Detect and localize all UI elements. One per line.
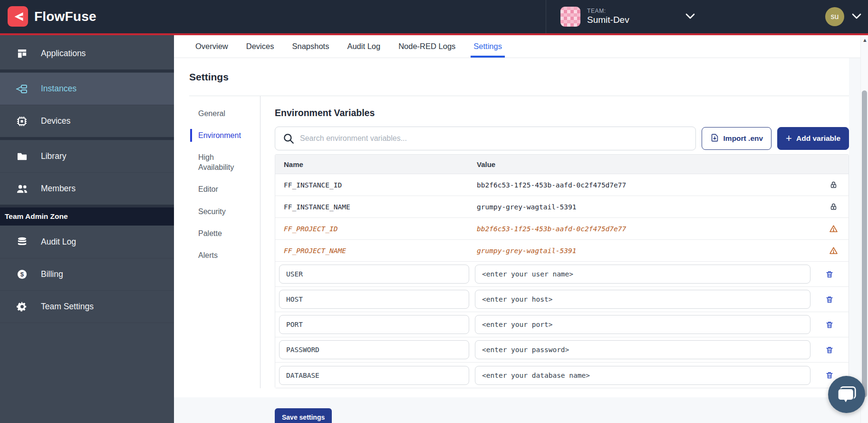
flowfuse-logo-icon: [8, 6, 28, 27]
table-row-deprecated: FF_PROJECT_ID bb2f6c53-1f25-453b-aafd-0c…: [275, 218, 849, 240]
svg-text:$: $: [20, 271, 24, 278]
env-value: bb2f6c53-1f25-453b-aafd-0c2f475d7e77: [477, 225, 818, 233]
sidebar-item-label: Audit Log: [41, 237, 76, 247]
subnav-item-editor[interactable]: Editor: [189, 184, 251, 194]
team-avatar: [560, 7, 580, 27]
scrollbar-thumb[interactable]: [862, 90, 867, 397]
page-title: Settings: [189, 71, 849, 83]
delete-variable-button[interactable]: [810, 320, 849, 329]
table-row-editable: [275, 262, 849, 287]
vertical-scrollbar[interactable]: ▲: [860, 35, 868, 423]
subnav-item-general[interactable]: General: [189, 108, 251, 118]
sidebar-item-library[interactable]: Library: [0, 140, 174, 172]
lock-icon: [818, 203, 849, 211]
warning-icon: [818, 246, 849, 255]
env-name: FF_INSTANCE_ID: [275, 181, 477, 189]
gear-icon: [16, 301, 28, 312]
env-value-input[interactable]: [475, 265, 810, 284]
section-title: Environment Variables: [275, 108, 849, 118]
subnav-item-high-availability[interactable]: High Availability: [189, 152, 251, 172]
instances-icon: [16, 83, 28, 95]
env-value: grumpy-grey-wagtail-5391: [477, 203, 818, 211]
lock-icon: [818, 181, 849, 189]
tab-audit-log[interactable]: Audit Log: [347, 35, 380, 58]
team-selector[interactable]: TEAM: Sumit-Dev su: [546, 0, 868, 33]
folder-icon: [16, 151, 28, 162]
subnav-item-security[interactable]: Security: [189, 207, 251, 216]
sidebar-item-billing[interactable]: $ Billing: [0, 258, 174, 290]
sidebar-item-label: Billing: [41, 269, 63, 279]
sidebar-item-label: Instances: [41, 84, 77, 94]
chevron-down-icon[interactable]: [685, 12, 695, 21]
add-variable-button[interactable]: + Add variable: [777, 127, 849, 150]
plus-icon: +: [786, 133, 792, 144]
delete-variable-button[interactable]: [810, 270, 849, 279]
env-variables-table: Name Value FF_INSTANCE_ID bb2f6c53-1f25-…: [275, 154, 849, 388]
user-avatar[interactable]: su: [825, 7, 844, 26]
tab-devices[interactable]: Devices: [246, 35, 274, 58]
instance-tabbar: Overview Devices Snapshots Audit Log Nod…: [174, 35, 868, 58]
env-value-input[interactable]: [475, 340, 810, 359]
env-value-input[interactable]: [475, 315, 810, 334]
warning-icon: [818, 225, 849, 233]
team-name: Sumit-Dev: [587, 15, 629, 25]
add-variable-label: Add variable: [796, 134, 840, 143]
table-row-editable: [275, 363, 849, 388]
sidebar-item-label: Devices: [41, 116, 70, 126]
delete-variable-button[interactable]: [810, 295, 849, 304]
subnav-item-palette[interactable]: Palette: [189, 228, 251, 238]
env-name-input[interactable]: [279, 315, 469, 334]
users-icon: [16, 183, 28, 194]
tab-snapshots[interactable]: Snapshots: [292, 35, 329, 58]
search-input[interactable]: [275, 127, 696, 150]
settings-subnav: General Environment High Availability Ed…: [189, 96, 260, 388]
env-value: grumpy-grey-wagtail-5391: [477, 247, 818, 255]
sidebar-item-label: Team Settings: [41, 302, 94, 312]
sidebar-item-team-settings[interactable]: Team Settings: [0, 290, 174, 323]
settings-panel: Settings General Environment High Availa…: [174, 58, 849, 397]
table-row: FF_INSTANCE_NAME grumpy-grey-wagtail-539…: [275, 196, 849, 218]
table-row-editable: [275, 312, 849, 337]
sidebar-item-members[interactable]: Members: [0, 172, 174, 205]
env-value-input[interactable]: [475, 366, 810, 385]
dollar-icon: $: [16, 269, 28, 280]
env-name-input[interactable]: [279, 340, 469, 359]
flowfuse-logo[interactable]: FlowFuse: [8, 6, 96, 27]
sidebar-item-label: Applications: [41, 49, 86, 59]
tab-overview[interactable]: Overview: [195, 35, 228, 58]
search-icon: [282, 132, 295, 147]
column-header-name: Name: [275, 160, 477, 168]
subnav-item-environment[interactable]: Environment: [189, 130, 251, 140]
tab-settings[interactable]: Settings: [473, 35, 502, 58]
sidebar-item-label: Members: [41, 184, 76, 194]
table-row-editable: [275, 287, 849, 312]
scroll-up-arrow-icon[interactable]: ▲: [862, 37, 868, 43]
sidebar-item-audit-log[interactable]: Audit Log: [0, 226, 174, 258]
import-document-icon: [710, 133, 719, 144]
chat-widget-button[interactable]: [828, 376, 865, 413]
env-name: FF_PROJECT_NAME: [275, 247, 477, 255]
save-settings-button[interactable]: Save settings: [275, 408, 332, 423]
sidebar-item-label: Library: [41, 151, 67, 161]
subnav-item-alerts[interactable]: Alerts: [189, 250, 251, 260]
env-name-input[interactable]: [279, 290, 469, 309]
sidebar-item-instances[interactable]: Instances: [0, 72, 174, 105]
sidebar-item-applications[interactable]: Applications: [0, 37, 174, 69]
table-row-editable: [275, 337, 849, 363]
import-env-button[interactable]: Import .env: [702, 127, 772, 150]
chevron-down-icon[interactable]: [852, 12, 861, 21]
sidebar-item-devices[interactable]: Devices: [0, 105, 174, 137]
column-header-value: Value: [477, 160, 818, 168]
env-name-input[interactable]: [279, 265, 469, 284]
env-value-input[interactable]: [475, 290, 810, 309]
database-icon: [16, 236, 28, 247]
top-header: FlowFuse TEAM: Sumit-Dev su: [0, 0, 868, 35]
tab-node-red-logs[interactable]: Node-RED Logs: [398, 35, 455, 58]
table-header: Name Value: [275, 155, 849, 174]
delete-variable-button[interactable]: [810, 345, 849, 354]
team-admin-zone-label: Team Admin Zone: [0, 207, 174, 226]
env-name-input[interactable]: [279, 366, 469, 385]
env-name: FF_PROJECT_ID: [275, 225, 477, 233]
table-row-deprecated: FF_PROJECT_NAME grumpy-grey-wagtail-5391: [275, 240, 849, 262]
user-menu[interactable]: su: [825, 7, 861, 26]
